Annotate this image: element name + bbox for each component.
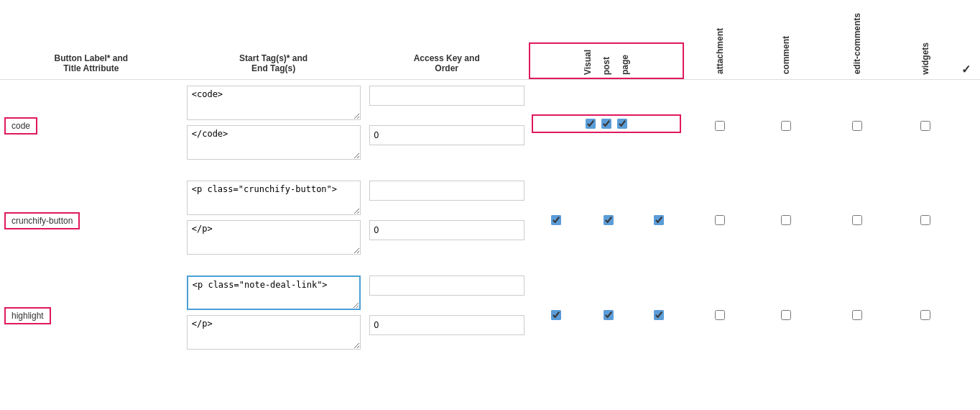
edit-comments-checkbox-crunchify[interactable] — [852, 215, 862, 225]
checkmark-crunchify — [953, 175, 980, 263]
attachment-checkbox-crunchify[interactable] — [715, 215, 725, 225]
attachment-checkbox-code[interactable] — [715, 121, 725, 131]
label-cell-crunchify: crunchify-button — [0, 175, 182, 263]
widgets-cb-highlight — [898, 270, 953, 357]
order-input-crunchify[interactable] — [369, 220, 524, 240]
checkmark-symbol: ✓ — [961, 63, 971, 76]
start-tag-cell-code[interactable]: <code> — [182, 80, 365, 124]
label-cell-code: code — [0, 80, 182, 168]
order-cell-highlight[interactable] — [365, 314, 529, 357]
comment-cb-crunchify — [757, 175, 815, 263]
page-cb-highlight — [634, 270, 684, 357]
post-cb-highlight — [583, 270, 634, 357]
table-row: code <code> — [0, 80, 980, 124]
post-cb-crunchify — [583, 175, 634, 263]
col-header-checkmark: ✓ — [953, 7, 980, 80]
label-cell-highlight: highlight — [0, 270, 182, 357]
page-cb-crunchify — [634, 175, 684, 263]
access-key-input-crunchify[interactable] — [369, 181, 524, 201]
post-checkbox-crunchify[interactable] — [604, 215, 614, 225]
widgets-cb-code — [898, 80, 953, 168]
start-tag-cell-highlight[interactable]: <p class="note-deal-link"> — [182, 270, 365, 314]
col-header-label: Button Label* and Title Attribute — [0, 7, 182, 80]
comment-checkbox-code[interactable] — [781, 121, 791, 131]
checkbox-group-code — [532, 114, 681, 133]
widgets-checkbox-highlight[interactable] — [920, 310, 930, 320]
visual-group-cb-code — [529, 80, 684, 168]
visual-checkbox-highlight[interactable] — [551, 310, 561, 320]
col-header-comment: comment — [757, 7, 815, 80]
start-tag-input-crunchify[interactable]: <p class="crunchify-button"> — [187, 181, 361, 215]
order-input-highlight[interactable] — [369, 315, 524, 335]
edit-comments-cb-crunchify — [816, 175, 898, 263]
spacer-row — [0, 263, 980, 270]
visual-cb-crunchify — [529, 175, 583, 263]
spacer-row — [0, 168, 980, 175]
edit-comments-cb-highlight — [816, 270, 898, 357]
col-header-page: page — [620, 52, 630, 75]
end-tag-input-highlight[interactable]: </p> — [187, 315, 361, 350]
end-tag-input-crunchify[interactable]: </p> — [187, 220, 361, 255]
col-header-visual-group: Visual post page — [529, 7, 684, 80]
attachment-cb-highlight — [684, 270, 757, 357]
col-header-tags: Start Tag(s)* and End Tag(s) — [182, 7, 365, 80]
edit-comments-checkbox-code[interactable] — [852, 121, 862, 131]
start-tag-cell-crunchify[interactable]: <p class="crunchify-button"> — [182, 175, 365, 219]
access-key-input-code[interactable] — [369, 86, 524, 106]
access-key-cell-highlight[interactable] — [365, 270, 529, 314]
col-header-access: Access Key and Order — [365, 7, 529, 80]
page-checkbox-highlight[interactable] — [654, 310, 664, 320]
attachment-cb-code — [684, 80, 757, 168]
widgets-checkbox-code[interactable] — [920, 121, 930, 131]
col-header-edit-comments: edit-comments — [816, 7, 898, 80]
col-header-attachment: attachment — [684, 7, 757, 80]
comment-cb-code — [757, 80, 815, 168]
post-checkbox-highlight[interactable] — [604, 310, 614, 320]
comment-checkbox-highlight[interactable] — [781, 310, 791, 320]
widgets-cb-crunchify — [898, 175, 953, 263]
visual-checkbox-code[interactable] — [586, 119, 596, 129]
end-tag-cell-highlight[interactable]: </p> — [182, 314, 365, 357]
comment-checkbox-crunchify[interactable] — [781, 215, 791, 225]
checkmark-code — [953, 80, 980, 168]
table-row: highlight <p class="note-deal-link"> — [0, 270, 980, 314]
visual-cb-highlight — [529, 270, 583, 357]
order-cell-code[interactable] — [365, 124, 529, 168]
page-checkbox-code[interactable] — [617, 119, 627, 129]
start-tag-input-highlight[interactable]: <p class="note-deal-link"> — [187, 275, 361, 310]
label-value-code: code — [4, 117, 37, 135]
table-row: crunchify-button <p class="crunchify-but… — [0, 175, 980, 219]
start-tag-input-code[interactable]: <code> — [187, 86, 361, 120]
label-value-crunchify: crunchify-button — [4, 212, 80, 229]
order-input-code[interactable] — [369, 125, 524, 145]
order-cell-crunchify[interactable] — [365, 219, 529, 263]
edit-comments-checkbox-highlight[interactable] — [852, 310, 862, 320]
end-tag-input-code[interactable]: </code> — [187, 125, 361, 160]
post-checkbox-code[interactable] — [601, 119, 611, 129]
attachment-checkbox-highlight[interactable] — [715, 310, 725, 320]
access-key-input-highlight[interactable] — [369, 275, 524, 296]
col-header-visual: Visual — [583, 47, 593, 75]
edit-comments-cb-code — [816, 80, 898, 168]
access-key-cell-crunchify[interactable] — [365, 175, 529, 219]
table-header: Button Label* and Title Attribute Start … — [0, 7, 980, 80]
col-header-post: post — [601, 54, 611, 75]
attachment-cb-crunchify — [684, 175, 757, 263]
checkmark-highlight — [953, 270, 980, 357]
end-tag-cell-crunchify[interactable]: </p> — [182, 219, 365, 263]
visual-checkbox-crunchify[interactable] — [551, 215, 561, 225]
comment-cb-highlight — [757, 270, 815, 357]
widgets-checkbox-crunchify[interactable] — [920, 215, 930, 225]
access-key-cell-code[interactable] — [365, 80, 529, 124]
end-tag-cell-code[interactable]: </code> — [182, 124, 365, 168]
label-value-highlight: highlight — [4, 307, 51, 324]
page-checkbox-crunchify[interactable] — [654, 215, 664, 225]
col-header-widgets: widgets — [898, 7, 953, 80]
